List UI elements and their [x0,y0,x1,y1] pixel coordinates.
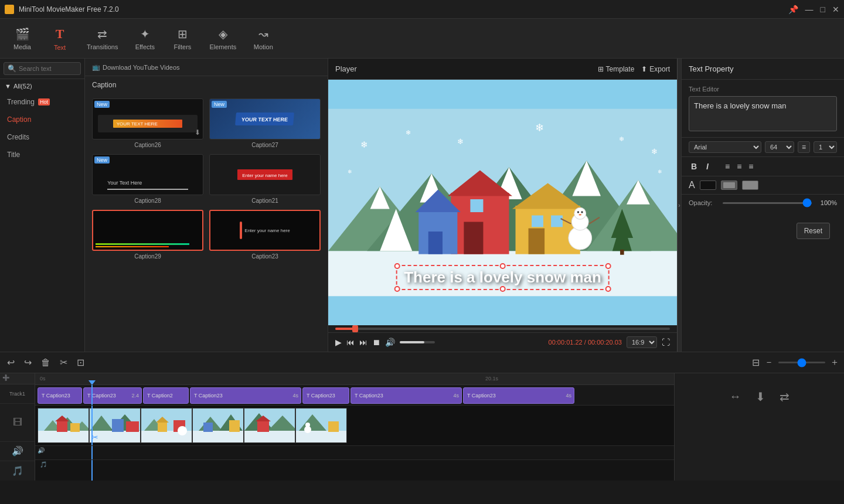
text-icon: T [56,26,64,42]
toolbar-text[interactable]: T Text [42,24,77,53]
italic-button[interactable]: I [704,161,711,172]
caption28-thumb[interactable]: New Your Text Here [92,154,203,195]
skip-forward-button[interactable]: ⏭ [359,338,367,347]
toolbar-transitions[interactable]: ⇄ Transitions [80,25,125,53]
zoom-in-button[interactable]: ＋ [830,356,839,369]
replace-button[interactable]: ↔ [730,390,741,403]
music-icon: 🎵 [35,457,52,472]
redo-button[interactable]: ↪ [22,356,34,369]
video-track[interactable]: ✂ [35,406,674,446]
sidebar-item-credits[interactable]: Credits [0,128,84,146]
caption-item-caption21[interactable]: Enter your name here Caption21 [209,154,321,204]
all-label[interactable]: ▼ All(52) [0,79,84,93]
bold-button[interactable]: B [689,161,699,172]
svg-point-64 [178,426,187,435]
close-button[interactable]: ✕ [832,5,839,14]
caption-item-caption29[interactable]: Caption29 [92,210,203,260]
caption-item-caption27[interactable]: New YOUR TEXT HERE Caption27 [209,98,321,148]
sidebar-item-trending[interactable]: Trending Hot [0,93,84,111]
skip-back-button[interactable]: ⏮ [346,338,355,347]
music-track-icon: 🎵 [0,461,35,481]
pin-button[interactable]: 📌 [788,5,798,14]
maximize-button[interactable]: □ [821,5,825,14]
sidebar-item-caption[interactable]: Caption [0,111,84,128]
background-color-toggle[interactable] [721,181,737,190]
player-controls: ▶ ⏮ ⏭ ⏹ 🔊 00:00:01.22 / 00:00:20.03 16:9… [328,332,677,352]
download-youtube-btn[interactable]: 📺 Download YouTube Videos [92,63,180,71]
undo-button[interactable]: ↩ [5,356,17,369]
volume-button[interactable]: 🔊 [385,338,395,347]
svg-rect-21 [529,229,545,254]
text-editor-box[interactable]: There is a lovely snow man [689,96,837,131]
panel-toggle[interactable]: › [677,59,681,352]
search-input[interactable] [19,65,77,72]
clip-caption23-3[interactable]: T Caption2 [143,387,189,404]
text-overlay[interactable]: There is a lovely snow man [396,265,610,290]
title-bar-controls[interactable]: 📌 — □ ✕ [788,5,839,14]
clip-caption23-5[interactable]: T Caption23 [302,387,349,404]
align-right-button[interactable]: ≡ [746,161,755,172]
split-view-button[interactable]: ⊟ [752,357,760,368]
zoom-out-button[interactable]: － [764,356,774,369]
swap-button[interactable]: ⇄ [780,390,789,404]
aspect-ratio-select[interactable]: 16:9 9:16 1:1 [627,336,657,348]
caption23-thumb[interactable]: Enter your name here [209,210,321,251]
font-select[interactable]: Arial Times New Roman [689,141,761,153]
caption21-thumb[interactable]: Enter your name here [209,154,321,195]
search-box[interactable]: 🔍 [4,62,81,75]
export-button[interactable]: ⬆ Export [641,65,670,73]
delete-button[interactable]: 🗑 [39,356,53,369]
svg-rect-45 [38,431,89,443]
download-track-button[interactable]: ⬇ [755,390,765,404]
player-header: Player ⊞ Template ⬆ Export [328,59,677,80]
motion-icon: ↝ [258,27,268,41]
template-button[interactable]: ⊞ Template [598,65,635,73]
progress-thumb[interactable] [352,325,358,332]
volume-bar[interactable] [400,341,435,343]
stop-button[interactable]: ⏹ [372,338,380,347]
caption-item-caption26[interactable]: New YOUR TEXT HERE ⬇ Caption26 [92,98,203,148]
play-button[interactable]: ▶ [335,338,342,347]
clip-caption23-7[interactable]: T Caption23 4s [463,387,574,404]
caption-item-caption23[interactable]: Enter your name here Caption23 [209,210,321,260]
font-color-swatch[interactable] [700,181,716,190]
caption-item-caption28[interactable]: New Your Text Here Caption28 [92,154,203,204]
progress-bar[interactable] [335,328,670,330]
align-left-button[interactable]: ≡ [723,161,732,172]
fullscreen-button[interactable]: ⛶ [662,338,670,347]
font-size-select[interactable]: 64 48 32 [765,141,794,153]
text-editor-section: Text Editor There is a lovely snow man [682,80,844,138]
background-color-swatch[interactable] [742,181,758,190]
opacity-slider[interactable] [723,202,812,204]
svg-rect-18 [470,199,483,212]
caption29-thumb[interactable] [92,210,203,251]
list-button[interactable]: ≡ [798,141,810,153]
crop-button[interactable]: ⊡ [74,356,87,369]
caption26-thumb[interactable]: New YOUR TEXT HERE ⬇ [92,98,203,139]
toolbar-effects[interactable]: ✦ Effects [127,25,162,53]
svg-point-82 [305,423,310,427]
sidebar-item-title[interactable]: Title [0,146,84,164]
clip-caption23-6[interactable]: T Caption23 4s [350,387,462,404]
toolbar-media[interactable]: 🎬 Media [5,25,40,53]
caption27-thumb[interactable]: New YOUR TEXT HERE [209,98,321,139]
toolbar-filters[interactable]: ⊞ Filters [165,25,200,53]
spacing-select[interactable]: 1 1.5 2 [814,141,837,153]
toolbar-motion[interactable]: ↝ Motion [246,25,281,53]
toolbar-elements[interactable]: ◈ Elements [202,25,243,53]
minimize-button[interactable]: — [805,5,814,14]
clip-caption23-1[interactable]: T Caption23 [38,387,82,404]
svg-rect-26 [428,231,443,254]
align-center-button[interactable]: ≡ [734,161,744,172]
clip-caption23-4[interactable]: T Caption23 4s [190,387,301,404]
svg-point-31 [577,211,579,213]
cut-button[interactable]: ✂ [57,356,70,369]
new-badge: New [94,101,110,108]
zoom-slider[interactable] [778,362,825,363]
bottom-timeline-area: ↩ ↪ 🗑 ✂ ⊡ ⊟ － ＋ ➕ Track1 🎞 🔊 [0,352,844,481]
reset-button[interactable]: Reset [797,223,830,239]
text-property-header: Text Property [682,59,844,80]
thumb-6 [295,408,347,443]
add-track-icon[interactable]: ➕ [0,373,35,382]
svg-rect-78 [296,431,347,443]
